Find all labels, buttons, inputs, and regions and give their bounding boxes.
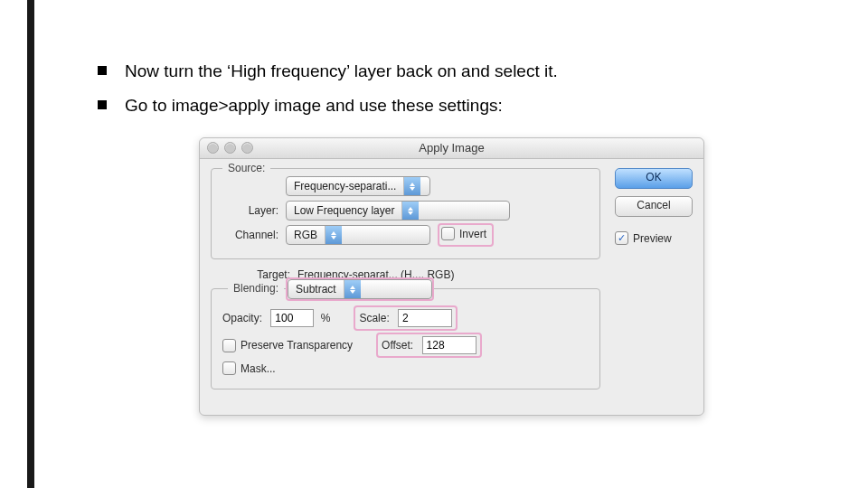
updown-arrows-icon [403, 177, 420, 195]
bullet-item: Now turn the ‘High frequency’ layer back… [98, 61, 767, 82]
ok-button[interactable]: OK [615, 168, 693, 189]
blending-select[interactable]: Subtract [288, 279, 432, 299]
apply-image-dialog: Apply Image Source: Frequency-separati..… [199, 137, 704, 416]
checkbox-box-icon [222, 339, 236, 352]
updown-arrows-icon [325, 226, 342, 244]
slide-side-rule [27, 0, 34, 488]
bullet-text: Go to image>apply image and use these se… [125, 95, 503, 117]
preview-label: Preview [633, 232, 672, 245]
channel-select[interactable]: RGB [286, 225, 430, 245]
target-label: Target: [211, 268, 290, 281]
checkbox-box-icon [222, 361, 236, 375]
checkbox-box-icon: ✓ [615, 231, 628, 245]
bullet-item: Go to image>apply image and use these se… [98, 95, 767, 117]
bullet-square-icon [98, 66, 107, 75]
bullet-square-icon [98, 100, 107, 109]
offset-label: Offset: [382, 339, 413, 352]
checkbox-box-icon [441, 227, 455, 240]
source-fieldset: Source: Frequency-separati... Layer: Low… [211, 168, 600, 259]
dialog-title: Apply Image [419, 141, 484, 155]
window-controls[interactable] [207, 142, 253, 154]
channel-select-value: RGB [287, 229, 325, 241]
mask-checkbox[interactable]: Mask... [222, 361, 276, 375]
dialog-titlebar[interactable]: Apply Image [200, 138, 703, 159]
preserve-transparency-checkbox[interactable]: Preserve Transparency [222, 339, 353, 352]
preview-checkbox[interactable]: ✓ Preview [615, 231, 672, 245]
cancel-button[interactable]: Cancel [615, 196, 693, 217]
scale-input[interactable] [398, 309, 452, 327]
invert-checkbox[interactable]: Invert [441, 227, 486, 240]
layer-select-value: Low Frequency layer [287, 204, 401, 217]
zoom-icon[interactable] [241, 142, 253, 154]
scale-label: Scale: [359, 312, 389, 324]
blending-select-value: Subtract [288, 283, 344, 296]
layer-label: Layer: [222, 204, 278, 217]
mask-label: Mask... [241, 362, 276, 375]
minimize-icon[interactable] [224, 142, 236, 154]
updown-arrows-icon [401, 202, 419, 220]
blending-legend: Blending: [228, 282, 284, 295]
opacity-input[interactable] [270, 309, 314, 327]
updown-arrows-icon [344, 280, 361, 298]
source-select-value: Frequency-separati... [287, 180, 403, 192]
close-icon[interactable] [207, 142, 219, 154]
bullet-text: Now turn the ‘High frequency’ layer back… [125, 61, 558, 82]
source-legend: Source: [222, 162, 270, 174]
bullet-list: Now turn the ‘High frequency’ layer back… [98, 61, 767, 129]
layer-select[interactable]: Low Frequency layer [286, 201, 510, 221]
offset-input[interactable] [422, 336, 476, 354]
percent-label: % [321, 312, 331, 324]
source-select[interactable]: Frequency-separati... [286, 176, 430, 196]
preserve-label: Preserve Transparency [241, 339, 353, 352]
opacity-label: Opacity: [222, 312, 262, 324]
invert-label: Invert [459, 228, 486, 240]
channel-label: Channel: [222, 229, 278, 241]
blending-fieldset: Blending: Subtract Opacity: % [211, 288, 600, 389]
